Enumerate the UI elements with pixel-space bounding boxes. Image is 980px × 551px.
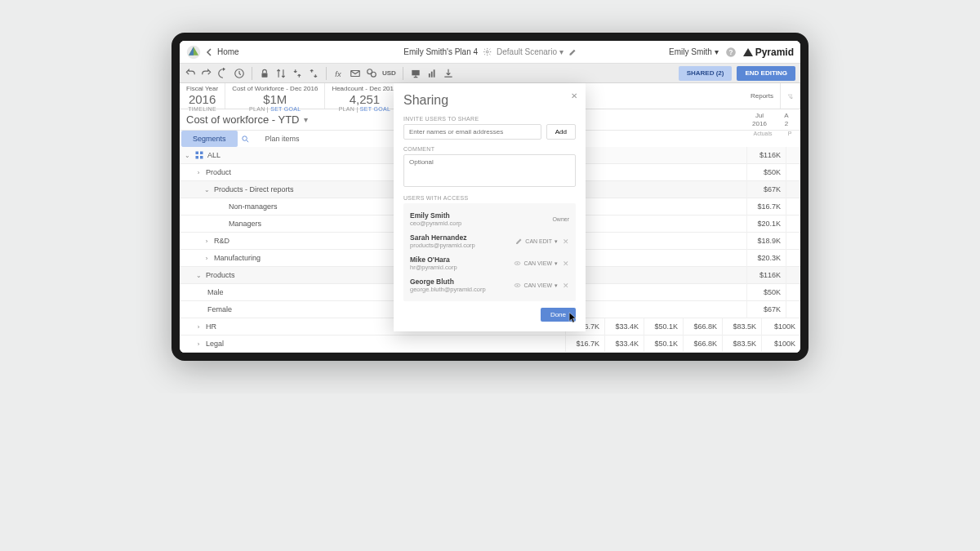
app-logo-icon (186, 45, 201, 60)
user-row: Sarah Hernandezproducts@pyramid.corp CAN… (403, 230, 576, 252)
user-row: George Bluthgeorge.bluth@pyramid.corp CA… (403, 274, 576, 296)
filter-icon[interactable]: 1 (781, 83, 800, 109)
col-p: P (782, 131, 797, 147)
svg-text:fx: fx (335, 69, 341, 78)
home-link[interactable]: Home (217, 47, 239, 56)
comment-label: COMMENT (403, 146, 576, 152)
sheet-dropdown-icon[interactable]: ▾ (304, 115, 308, 124)
user-row: Emily Smithceo@pyramid.corp Owner (403, 208, 576, 230)
invite-input[interactable] (403, 124, 541, 140)
svg-point-1 (486, 51, 488, 53)
owner-badge: Owner (552, 216, 569, 222)
cow-label: Cost of Workforce - Dec 2016 (232, 85, 318, 92)
modal-title: Sharing (403, 93, 576, 108)
col-actuals: Actuals (743, 131, 782, 147)
topbar: Home Emily Smith's Plan 4 Default Scenar… (180, 41, 800, 64)
formula-icon[interactable]: fx (333, 68, 345, 79)
user-list: Emily Smithceo@pyramid.corp Owner Sarah … (403, 203, 576, 301)
tab-segments[interactable]: Segments (181, 131, 238, 147)
permission-dropdown[interactable]: CAN VIEW ▾ (514, 260, 558, 267)
screen: Home Emily Smith's Plan 4 Default Scenar… (180, 41, 800, 353)
device-frame: Home Emily Smith's Plan 4 Default Scenar… (172, 33, 808, 361)
chevron-down-icon[interactable]: ⌄ (203, 186, 211, 193)
svg-rect-5 (262, 73, 268, 77)
undo-icon[interactable] (185, 68, 196, 79)
permission-dropdown[interactable]: CAN VIEW ▾ (514, 282, 558, 289)
hc-value: 4,251 (332, 92, 397, 106)
fiscal-year-label: Fiscal Year (186, 85, 218, 92)
remove-user-icon[interactable]: ✕ (563, 260, 569, 268)
grid-icon (194, 150, 204, 160)
shared-button[interactable]: SHARED (2) (679, 66, 733, 81)
download-icon[interactable] (443, 68, 454, 79)
remove-user-icon[interactable]: ✕ (563, 238, 569, 246)
reports-link[interactable]: Reports (744, 83, 781, 109)
chevron-right-icon[interactable]: › (203, 255, 211, 262)
hc-set-goal[interactable]: SET GOAL (360, 106, 390, 112)
lock-icon[interactable] (259, 68, 270, 79)
scenario-dropdown[interactable]: Default Scenario ▾ (497, 47, 564, 56)
add-button[interactable]: Add (546, 124, 576, 140)
redo-icon[interactable] (201, 68, 212, 79)
eye-icon (514, 282, 521, 289)
svg-rect-20 (200, 156, 203, 159)
svg-rect-17 (196, 152, 199, 155)
chevron-right-icon[interactable]: › (194, 169, 203, 176)
user-menu[interactable]: Emily Smith ▾ (669, 47, 719, 56)
svg-rect-11 (429, 73, 430, 78)
back-icon[interactable] (206, 48, 212, 56)
expand-icon[interactable] (308, 68, 319, 79)
settings-icon[interactable] (483, 47, 492, 56)
toolbar: fx USD SHARED (2) END EDITING (180, 64, 800, 83)
present-icon[interactable] (410, 68, 421, 79)
edit-scenario-icon[interactable] (568, 48, 577, 56)
refresh-icon[interactable] (217, 68, 229, 79)
help-icon[interactable]: ? (725, 47, 737, 58)
sharing-modal: Sharing ✕ INVITE USERS TO SHARE Add COMM… (394, 83, 586, 331)
eye-icon (514, 260, 521, 267)
fiscal-year-value[interactable]: 2016 (186, 92, 218, 106)
chevron-right-icon[interactable]: › (194, 340, 203, 348)
svg-point-24 (517, 285, 519, 287)
sheet-title: Cost of workforce - YTD (186, 113, 299, 126)
permission-dropdown[interactable]: CAN EDIT ▾ (515, 238, 558, 245)
comment-input[interactable] (403, 154, 576, 187)
collapse-icon[interactable] (292, 68, 303, 79)
timeline-link[interactable]: TIMELINE (186, 106, 218, 112)
svg-rect-10 (412, 69, 419, 74)
svg-point-22 (517, 263, 519, 264)
chevron-right-icon[interactable]: › (203, 238, 211, 245)
currency-icon[interactable] (366, 68, 377, 79)
currency-label[interactable]: USD (382, 69, 396, 77)
cow-value: $1M (232, 92, 318, 106)
chevron-down-icon[interactable]: ⌄ (194, 272, 203, 279)
hc-label: Headcount - Dec 2016 (332, 85, 397, 92)
search-icon[interactable] (238, 131, 254, 147)
sort-icon[interactable] (275, 68, 287, 79)
cursor-icon (568, 312, 577, 323)
svg-text:?: ? (728, 48, 733, 56)
chart-icon[interactable] (426, 68, 438, 79)
svg-rect-18 (200, 152, 203, 155)
remove-user-icon[interactable]: ✕ (563, 282, 569, 290)
history-icon[interactable] (234, 68, 245, 79)
close-icon[interactable]: ✕ (571, 91, 577, 100)
svg-rect-12 (431, 71, 433, 77)
plan-name: Emily Smith's Plan 4 (403, 47, 478, 56)
tab-plan-items[interactable]: Plan items (254, 131, 311, 147)
users-label: USERS WITH ACCESS (403, 195, 576, 201)
svg-point-9 (371, 72, 376, 77)
svg-rect-13 (434, 69, 435, 77)
user-row: Mike O'Harahr@pyramid.corp CAN VIEW ▾ ✕ (403, 252, 576, 274)
svg-rect-19 (196, 156, 199, 159)
invite-label: INVITE USERS TO SHARE (403, 116, 576, 122)
chevron-right-icon[interactable]: › (194, 323, 203, 331)
cow-set-goal[interactable]: SET GOAL (270, 106, 301, 112)
row-legal[interactable]: ›Legal $16.7K $33.4K $50.1K $66.8K $83.5… (180, 335, 800, 353)
brand-logo: Pyramid (743, 47, 794, 58)
mail-icon[interactable] (350, 68, 361, 79)
end-editing-button[interactable]: END EDITING (737, 66, 795, 81)
pencil-icon (515, 238, 523, 245)
chevron-down-icon[interactable]: ⌄ (183, 152, 191, 159)
svg-point-16 (243, 136, 247, 140)
